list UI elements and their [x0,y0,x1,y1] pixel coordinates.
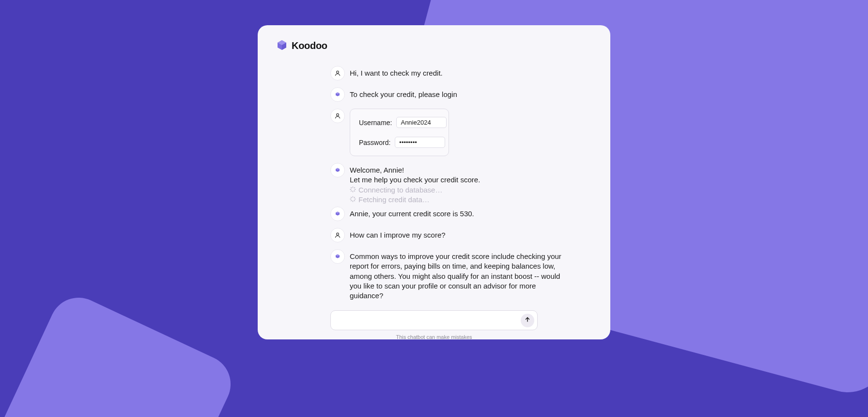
username-label: Username: [359,119,392,127]
svg-line-17 [354,197,355,197]
status-text: Connecting to database… [358,185,442,195]
svg-line-4 [351,187,352,188]
header: Koodoo [275,39,593,52]
user-avatar-icon [330,109,345,123]
background-shape [0,288,240,417]
chat-input[interactable] [338,317,517,324]
send-button[interactable] [521,314,534,327]
message-text: To check your credit, please login [350,87,457,99]
password-input[interactable] [395,137,445,148]
disclaimer-text: This chatbot can make mistakes [275,334,593,340]
svg-line-5 [354,191,355,191]
svg-point-1 [337,113,339,116]
input-area: This chatbot can make mistakes [275,310,593,340]
user-avatar-icon [330,228,345,242]
user-avatar-icon [330,66,345,80]
svg-point-18 [337,233,339,235]
login-username-row: Username: [359,117,440,128]
message-text: Welcome, Annie! Let me help you check yo… [350,163,480,205]
svg-line-8 [351,191,352,191]
bot-avatar-icon [330,207,345,221]
message-bot: To check your credit, please login [330,87,569,102]
svg-line-9 [354,187,355,188]
spinner-icon [350,185,356,195]
message-bot: Welcome, Annie! Let me help you check yo… [330,163,569,205]
help-line: Let me help you check your credit score. [350,175,480,185]
brand-name: Koodoo [292,40,327,51]
login-password-row: Password: [359,137,440,148]
message-list: Hi, I want to check my credit. To check … [275,66,593,301]
status-text: Fetching credit data… [358,195,430,205]
spinner-icon [350,195,356,205]
svg-line-12 [351,197,352,197]
status-connecting: Connecting to database… [350,185,480,195]
welcome-line: Welcome, Annie! [350,165,480,175]
password-label: Password: [359,139,390,146]
chat-input-wrapper [330,310,538,330]
message-bot: Common ways to improve your credit score… [330,249,569,301]
username-input[interactable] [396,117,447,128]
koodoo-logo-icon [275,39,289,52]
bot-avatar-icon [330,163,345,177]
status-fetching: Fetching credit data… [350,195,480,205]
message-login-form: Username: Password: [330,109,569,156]
bot-avatar-icon [330,249,345,264]
message-text: How can I improve my score? [350,228,446,240]
message-user: How can I improve my score? [330,228,569,242]
svg-point-0 [337,71,339,73]
message-text: Annie, your current credit score is 530. [350,207,474,219]
message-text: Common ways to improve your credit score… [350,249,569,301]
svg-line-16 [351,200,352,201]
arrow-up-icon [524,316,531,324]
message-text: Hi, I want to check my credit. [350,66,443,78]
message-bot: Annie, your current credit score is 530. [330,207,569,221]
svg-line-13 [354,200,355,201]
login-card: Username: Password: [350,109,449,156]
message-user: Hi, I want to check my credit. [330,66,569,80]
chat-window: Koodoo Hi, I want to check my credit. To… [258,25,610,339]
bot-avatar-icon [330,87,345,102]
